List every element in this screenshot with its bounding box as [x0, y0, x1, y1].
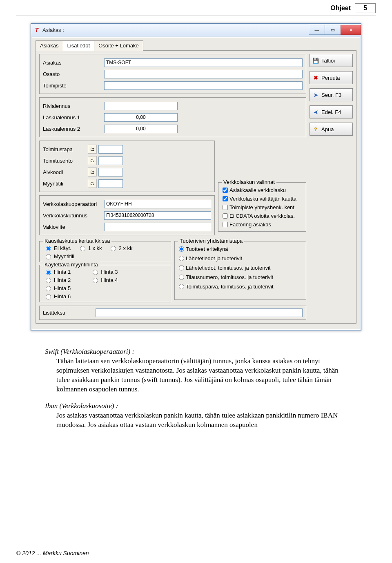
close-button[interactable]: ✕ — [341, 25, 361, 35]
tab-asiakas[interactable]: Asiakas — [36, 40, 63, 51]
chk-asiakkaalle-label: Asiakkaalle verkkolasku — [229, 187, 286, 193]
radio-ei-kayt-label: Ei käyt. — [54, 245, 71, 251]
group-verkkolasku-valinnat: Verkkolaskun valinnat Asiakkaalle verkko… — [218, 182, 306, 232]
asiakas-input[interactable] — [104, 58, 303, 67]
radio-yhd1[interactable] — [179, 246, 184, 252]
swift-heading: Swift (Verkkolaskuoperaattori) : — [45, 348, 134, 355]
radio-hinta5-label: Hinta 5 — [54, 285, 71, 291]
chk-factoring[interactable] — [223, 222, 228, 227]
chk-asiakkaalle[interactable] — [223, 188, 228, 193]
tab-lisatiedot[interactable]: Lisätiedot — [63, 40, 95, 51]
next-button-label: Seur. F3 — [321, 92, 341, 98]
page-number: 5 — [355, 3, 376, 13]
arrow-right-icon: ➤ — [312, 92, 319, 98]
radio-yhd3[interactable] — [179, 265, 184, 270]
laskualennus1-input[interactable] — [104, 113, 178, 122]
help-icon: ? — [312, 126, 319, 132]
radio-hinta2[interactable] — [46, 278, 51, 283]
panel-asiakas: Asiakas Osasto Toimipiste — [39, 54, 306, 94]
radio-2xkk[interactable] — [111, 246, 116, 251]
toimitustapa-label: Toimitustapa — [43, 146, 88, 152]
save-icon: 💾 — [312, 58, 319, 64]
chk-valittaja[interactable] — [223, 196, 228, 201]
vakioviite-input[interactable] — [104, 223, 211, 231]
titlebar: T Asiakas : — ▭ ✕ — [31, 24, 361, 36]
lisateksti-input[interactable] — [96, 308, 303, 317]
rivialennus-label: Rivialennus — [43, 103, 104, 109]
help-button[interactable]: ?Apua — [310, 123, 353, 136]
radio-yhd1-label: Tuotteet eriteltynä — [186, 246, 228, 252]
radio-myyntitili-label: Myyntitili — [54, 253, 74, 259]
minimize-button[interactable]: — — [309, 25, 325, 35]
chk-valittaja-label: Verkkolasku välittäjän kautta — [229, 196, 296, 202]
radio-1xkk[interactable] — [80, 246, 85, 251]
lookup-icon[interactable]: 🗂 — [88, 145, 97, 154]
radio-hinta2-label: Hinta 2 — [54, 277, 71, 283]
save-button-label: Taltioi — [321, 58, 335, 64]
myyntitili-label: Myyntitili — [43, 181, 88, 187]
arrow-left-icon: ➤ — [312, 109, 319, 115]
radio-yhd5[interactable] — [179, 284, 184, 289]
vl-op-input[interactable] — [104, 200, 211, 208]
radio-yhd4[interactable] — [179, 275, 184, 280]
lookup-icon[interactable]: 🗂 — [88, 168, 97, 176]
radio-hinta5[interactable] — [46, 286, 51, 291]
radio-hinta6-label: Hinta 6 — [54, 293, 71, 299]
radio-ei-kayt[interactable] — [46, 246, 51, 251]
group-kausilaskutus: Kausilaskutus kertaa kk:ssa Ei käyt. 1 x… — [39, 241, 171, 262]
lookup-icon[interactable]: 🗂 — [88, 179, 97, 188]
radio-hinta1-label: Hinta 1 — [54, 269, 71, 275]
cancel-icon: ✖ — [312, 75, 319, 81]
toimipiste-input[interactable] — [104, 81, 303, 90]
laskualennus2-input[interactable] — [104, 125, 178, 133]
help-button-label: Apua — [321, 126, 334, 132]
group-yhdistamistapa: Tuoterivien yhdistämistapa Tuotteet erit… — [174, 241, 306, 300]
panel-alennus: Rivialennus Laskualennus 1 Laskualennus … — [39, 97, 306, 137]
alvkoodi-input[interactable] — [98, 168, 123, 176]
radio-2xkk-label: 2 x kk — [119, 245, 133, 251]
toimipiste-label: Toimipiste — [43, 83, 104, 89]
radio-hinta3[interactable] — [93, 270, 98, 275]
radio-yhd4-label: Tilausnumero, toimitusos. ja tuoterivit — [186, 274, 273, 280]
prev-button[interactable]: ➤Edel. F4 — [310, 105, 353, 118]
vakioviite-label: Vakioviite — [43, 224, 104, 230]
tab-bar: Asiakas Lisätiedot Osoite + Lomake — [33, 38, 359, 50]
chk-factoring-label: Factoring asiakas — [229, 221, 271, 228]
chk-toimipiste[interactable] — [223, 205, 228, 210]
page-header-title: Ohjeet — [330, 4, 351, 12]
radio-hinta1[interactable] — [46, 270, 51, 275]
radio-yhd2[interactable] — [179, 256, 184, 261]
swift-body: Tähän laitetaan sen verkkolaskuoperaatto… — [56, 357, 347, 394]
footer-copyright: © 2012 ... Markku Suominen — [16, 550, 89, 556]
radio-hinta6[interactable] — [46, 294, 51, 299]
vl-tunnus-input[interactable] — [104, 211, 211, 220]
valinnat-title: Verkkolaskun valinnat — [222, 179, 276, 185]
app-window: T Asiakas : — ▭ ✕ Asiakas Lisätiedot Oso… — [31, 23, 361, 331]
save-button[interactable]: 💾Taltioi — [310, 54, 353, 67]
prev-button-label: Edel. F4 — [321, 109, 341, 115]
window-title: Asiakas : — [42, 27, 64, 33]
rivialennus-input[interactable] — [104, 102, 178, 110]
iban-heading: Iban (Verkkolaskuosoite) : — [45, 402, 118, 410]
kausi-title: Kausilaskutus kertaa kk:ssa — [43, 238, 111, 244]
cancel-button[interactable]: ✖Peruuta — [310, 71, 353, 84]
maximize-button[interactable]: ▭ — [325, 25, 341, 35]
radio-myyntitili[interactable] — [46, 254, 51, 259]
osasto-input[interactable] — [104, 70, 303, 78]
next-button[interactable]: ➤Seur. F3 — [310, 88, 353, 101]
alvkoodi-label: Alvkoodi — [43, 169, 88, 175]
myyntitili-input[interactable] — [98, 179, 123, 188]
toimitustapa-input[interactable] — [98, 145, 123, 154]
radio-hinta4-label: Hinta 4 — [101, 277, 118, 283]
chk-cdata-label: Ei CDATA osioita verkkolas. — [229, 213, 295, 219]
tab-osoite-lomake[interactable]: Osoite + Lomake — [94, 40, 143, 51]
radio-yhd5-label: Toimituspäivä, toimitusos. ja tuoterivit — [186, 284, 274, 290]
panel-toimitus: Toimitustapa 🗂 Toimitusehto 🗂 — [39, 141, 215, 192]
chk-cdata[interactable] — [223, 213, 228, 219]
toimitusehto-input[interactable] — [98, 156, 123, 165]
radio-hinta4[interactable] — [93, 278, 98, 283]
app-icon: T — [33, 27, 40, 33]
panel-verkkolasku: Verkkolaskuoperaattori Verkkolaskutunnus… — [39, 195, 215, 235]
document-text: Swift (Verkkolaskuoperaattori) : Tähän l… — [45, 347, 347, 430]
lookup-icon[interactable]: 🗂 — [88, 156, 97, 165]
